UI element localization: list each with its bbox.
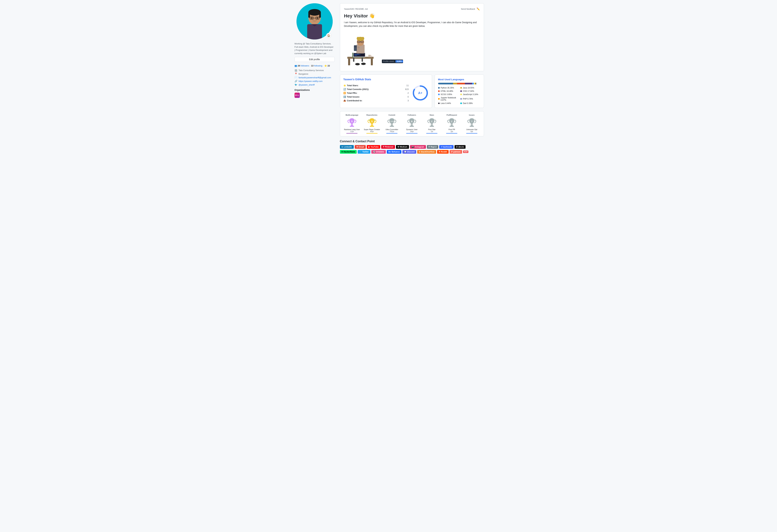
trophy-issues: Issues ? Unknown Opt 0pt: [462, 114, 481, 133]
devto-icon: D: [456, 146, 458, 148]
language-grid: Python 35.35% Java 19.55% HTML 18.48% CS…: [438, 87, 480, 104]
stackoverflow-icon: S: [419, 151, 420, 153]
following-link[interactable]: 13 following: [311, 65, 323, 67]
stat-total-stars: ⭐ Total Stars: 11: [343, 84, 409, 87]
instagram-icon: 📷: [412, 146, 414, 148]
instagram-badge[interactable]: 📷 Instagram: [410, 145, 426, 149]
edit-profile-button[interactable]: Edit profile: [295, 57, 335, 62]
hashnode-badge[interactable]: # hashnode: [439, 145, 454, 149]
website-link[interactable]: https://yaseen.netlify.com: [299, 80, 323, 82]
trophy-stars-pts: 7pt: [431, 130, 433, 132]
twitter-badge[interactable]: 🐦 Twitter: [358, 150, 370, 153]
stackoverflow-badge[interactable]: S StackOverflow: [417, 150, 436, 153]
followers-link[interactable]: 26 followers: [298, 65, 309, 67]
company-item: 🏢 Tata Consultancy Services: [295, 69, 335, 72]
trophy-issues-pts: 0pt: [470, 130, 473, 132]
svg-point-28: [357, 37, 359, 40]
twitter-icon: 🐦: [295, 83, 297, 86]
trophy-multilanguage: MultiLanguage S Rainbow Lang User 12pt: [343, 114, 361, 133]
hackerrank-icon: H: [342, 151, 343, 153]
youtube-icon: ▶: [368, 146, 370, 148]
grade-text: A+: [418, 91, 422, 95]
trophy-pr-name: First PR: [448, 128, 455, 130]
lang-html: HTML 18.48%: [438, 90, 458, 92]
trophy-followers-icon: A: [405, 117, 418, 128]
profile-views-badge: Profile views 3,001: [382, 60, 403, 63]
stats-table: ⭐ Total Stars: 11 🔄 Total Commits (2021)…: [343, 84, 409, 102]
main-content: Yaseen549 / README .md Send feedback ✏️ …: [340, 3, 484, 155]
reddit-icon: R: [439, 151, 440, 153]
edit-icon-button[interactable]: ✏️: [476, 7, 480, 10]
svg-rect-61: [470, 126, 474, 127]
pinterest-badge[interactable]: P Pinterest: [381, 145, 395, 149]
readme-actions: Send feedback ✏️: [461, 7, 480, 10]
svg-rect-2: [307, 24, 322, 39]
patreon-icon: P: [451, 151, 453, 153]
trophy-multilang-pts: 12pt: [350, 130, 354, 132]
location-item: 📍 Bangalore: [295, 73, 335, 75]
lang-python: Python 35.35%: [438, 87, 458, 89]
svg-rect-52: [410, 126, 414, 127]
svg-point-37: [361, 63, 366, 65]
stat-total-prs: 🔀 Total PRs: 2: [343, 91, 409, 95]
dribbble-badge[interactable]: ⚽ Dribbble: [371, 150, 386, 153]
svg-rect-46: [391, 124, 393, 126]
svg-rect-47: [390, 126, 394, 127]
trophy-followers: Followers A Dynamic User 26pt: [403, 114, 421, 133]
new-badge: NEW: [463, 150, 468, 153]
svg-rect-13: [348, 59, 350, 65]
home-icon: 🏠: [326, 33, 331, 38]
replit-badge[interactable]: R Repl.it: [427, 145, 438, 149]
hashnode-icon: #: [441, 146, 442, 148]
svg-text:C: C: [451, 120, 453, 123]
behance-badge[interactable]: Be Behance: [387, 150, 402, 153]
devto-badge[interactable]: D dev.to: [454, 145, 465, 149]
trophy-followers-bar: [406, 133, 417, 133]
linkedin-badge[interactable]: in LinkedIn: [340, 145, 354, 149]
reddit-badge[interactable]: R Reddit: [437, 150, 449, 153]
discord-badge[interactable]: 💬 Discord: [403, 150, 416, 153]
svg-rect-43: [371, 124, 373, 126]
email-link[interactable]: fantasticyaseenshariff@gmail.com: [299, 76, 331, 79]
svg-text:?: ?: [471, 120, 472, 123]
svg-text:A: A: [391, 121, 392, 122]
lang-bar-html: [457, 83, 465, 84]
coder-illustration: [344, 31, 377, 66]
trophy-multilang-icon: S: [345, 117, 358, 128]
stat-total-issues: ℹ️ Total Issues: 0: [343, 95, 409, 99]
trophy-pullrequest: PullRequest C First PR 2pt: [443, 114, 461, 133]
medium-icon: M: [398, 146, 399, 148]
trophy-commit-bar: [386, 133, 398, 133]
svg-rect-16: [353, 58, 354, 62]
trophy-stars-icon: C: [425, 117, 438, 128]
youtube-badge[interactable]: ▶ YouTube: [367, 145, 380, 149]
twitter-link[interactable]: @yaseen_sheriff: [299, 84, 315, 86]
svg-point-11: [316, 17, 318, 19]
org-badge[interactable]: SY-L: [295, 93, 300, 98]
trophy-commit-pts: 782pt: [390, 130, 394, 132]
language-bar: [438, 83, 480, 84]
sidebar: 🏠 Working @ Tata Consultancy Services. F…: [293, 3, 336, 155]
svg-rect-60: [471, 124, 473, 126]
lang-java: Java 19.55%: [460, 87, 480, 89]
readme-card: Yaseen549 / README .md Send feedback ✏️ …: [340, 3, 484, 71]
gmail-badge[interactable]: ✉ Gmail: [355, 145, 366, 149]
organizations-section: Organizations SY-L: [295, 89, 335, 98]
medium-badge[interactable]: M Medium: [396, 145, 409, 149]
send-feedback-button[interactable]: Send feedback: [461, 8, 475, 10]
stat-total-commits: 🔄 Total Commits (2021): 615: [343, 87, 409, 91]
most-used-languages-card: Most Used Languages Python: [435, 75, 484, 108]
svg-text:A: A: [392, 121, 393, 122]
hackerrank-badge[interactable]: H HackerRank: [340, 150, 357, 153]
svg-rect-41: [350, 126, 354, 127]
svg-rect-25: [354, 46, 356, 47]
website-item: 🔗 https://yaseen.netlify.com: [295, 80, 335, 82]
orgs-heading: Organizations: [295, 89, 335, 91]
meta-list: 🏢 Tata Consultancy Services 📍 Bangalore …: [295, 69, 335, 86]
behance-icon: Be: [388, 151, 391, 153]
coder-illustration-container: Profile views 3,001: [344, 31, 480, 66]
patreon-badge[interactable]: P patreon: [450, 150, 462, 153]
svg-rect-35: [368, 55, 371, 57]
lang-jupyter: Jupyter Notebook 0.87%: [438, 97, 458, 101]
lang-bar-scss: [472, 83, 474, 84]
